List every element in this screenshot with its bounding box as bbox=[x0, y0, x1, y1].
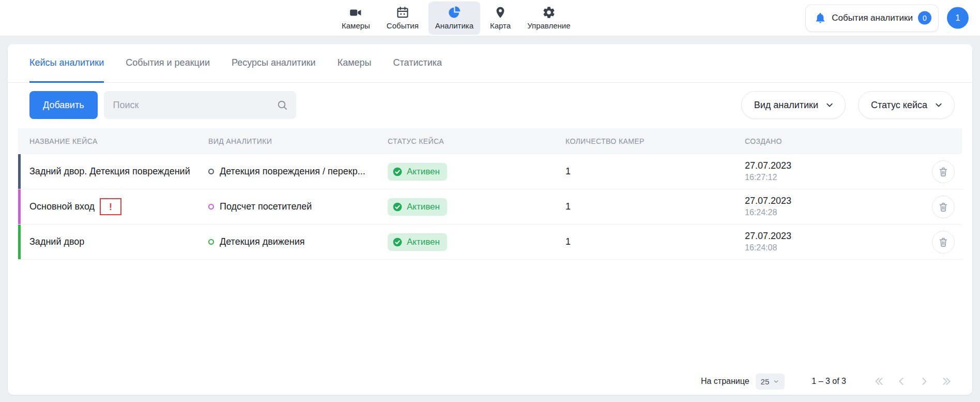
nav-item-cameras[interactable]: Камеры bbox=[335, 2, 377, 35]
analytics-type: Детекция движения bbox=[220, 236, 305, 247]
nav-item-map[interactable]: Карта bbox=[483, 2, 517, 35]
camera-icon bbox=[349, 6, 362, 19]
nav-item-analytics[interactable]: Аналитика bbox=[428, 2, 480, 35]
toolbar: Добавить Вид аналитики Статус кейса bbox=[8, 83, 972, 128]
delete-case-button[interactable] bbox=[932, 160, 955, 183]
nav-item-label: Камеры bbox=[342, 21, 370, 30]
trash-icon bbox=[938, 166, 949, 177]
case-status-cell: Активен bbox=[388, 233, 565, 251]
next-page-button[interactable] bbox=[916, 374, 932, 389]
last-page-button[interactable] bbox=[939, 374, 955, 389]
main-nav: Камеры События Аналитика Карта Управлени… bbox=[335, 0, 577, 36]
tab-analytics-resources[interactable]: Ресурсы аналитики bbox=[232, 44, 316, 83]
add-case-button[interactable]: Добавить bbox=[29, 91, 98, 119]
warning-icon: ! bbox=[109, 202, 112, 212]
analytics-type-filter[interactable]: Вид аналитики bbox=[741, 91, 846, 119]
nav-item-label: Аналитика bbox=[435, 21, 473, 30]
case-name: Задний двор. Детекция повреждений bbox=[29, 166, 190, 177]
pager-nav bbox=[871, 374, 955, 389]
case-name: Основной вход bbox=[29, 201, 95, 212]
created-time: 16:24:08 bbox=[745, 243, 777, 252]
analytics-type: Подсчет посетителей bbox=[220, 201, 312, 212]
created-cell: 27.07.2023 16:24:28 bbox=[745, 196, 905, 217]
table-row[interactable]: Задний двор. Детекция повреждений Детекц… bbox=[18, 154, 962, 189]
per-page-value: 25 bbox=[761, 377, 770, 386]
analytics-type: Детекция повреждения / перекр... bbox=[220, 166, 365, 177]
case-status-cell: Активен bbox=[388, 198, 565, 216]
created-date: 27.07.2023 bbox=[745, 231, 791, 242]
filters: Вид аналитики Статус кейса bbox=[741, 91, 955, 119]
tab-statistics[interactable]: Статистика bbox=[393, 44, 442, 83]
user-avatar[interactable]: 1 bbox=[947, 7, 969, 29]
status-label: Активен bbox=[407, 237, 440, 247]
analytics-type-dot-icon bbox=[208, 204, 214, 210]
search-input[interactable] bbox=[104, 91, 296, 119]
prev-page-button[interactable] bbox=[894, 374, 909, 389]
row-accent-stripe bbox=[18, 154, 21, 189]
case-status-filter-label: Статус кейса bbox=[871, 100, 927, 111]
analytics-type-dot-icon bbox=[208, 239, 214, 245]
status-label: Активен bbox=[407, 202, 440, 212]
status-badge: Активен bbox=[388, 198, 447, 216]
last-page-icon bbox=[941, 376, 953, 387]
analytics-pie-icon bbox=[448, 6, 461, 19]
status-label: Активен bbox=[407, 167, 440, 177]
actions-cell bbox=[905, 196, 955, 218]
per-page-select[interactable]: 25 bbox=[756, 374, 785, 390]
warning-indicator[interactable]: ! bbox=[100, 198, 121, 215]
analytics-type-cell: Детекция повреждения / перекр... bbox=[208, 166, 388, 177]
topbar-right: События аналитики 0 1 bbox=[805, 4, 969, 32]
tab-analytics-cases[interactable]: Кейсы аналитики bbox=[29, 44, 104, 83]
tab-events-reactions[interactable]: События и реакции bbox=[126, 44, 210, 83]
nav-item-label: Управление bbox=[527, 21, 570, 30]
prev-page-icon bbox=[896, 376, 907, 387]
column-header-created: СОЗДАНО bbox=[745, 137, 905, 145]
case-name-cell: Задний двор bbox=[29, 236, 208, 247]
analytics-type-dot-icon bbox=[208, 169, 214, 174]
next-page-icon bbox=[918, 376, 930, 387]
nav-item-label: Карта bbox=[490, 21, 511, 30]
table-row[interactable]: Основной вход ! Подсчет посетителей Акти… bbox=[18, 189, 962, 225]
delete-case-button[interactable] bbox=[932, 231, 955, 254]
events-icon bbox=[396, 6, 409, 19]
per-page-label: На странице bbox=[701, 377, 749, 386]
created-date: 27.07.2023 bbox=[745, 196, 791, 206]
check-circle-icon bbox=[392, 202, 403, 212]
column-header-analytics-type: ВИД АНАЛИТИКИ bbox=[208, 137, 388, 145]
created-date: 27.07.2023 bbox=[745, 161, 791, 171]
camera-count-cell: 1 bbox=[565, 166, 745, 177]
column-header-camera-count: КОЛИЧЕСТВО КАМЕР bbox=[565, 137, 745, 145]
first-page-button[interactable] bbox=[871, 374, 886, 389]
chevron-down-icon bbox=[773, 378, 779, 385]
top-bar: Камеры События Аналитика Карта Управлени… bbox=[0, 0, 980, 36]
camera-count-cell: 1 bbox=[565, 236, 745, 247]
table-header: НАЗВАНИЕ КЕЙСА ВИД АНАЛИТИКИ СТАТУС КЕЙС… bbox=[18, 128, 962, 154]
case-name-cell: Задний двор. Детекция повреждений bbox=[29, 166, 208, 177]
chevron-down-icon bbox=[824, 100, 835, 110]
search-box bbox=[104, 91, 296, 119]
created-cell: 27.07.2023 16:27:12 bbox=[745, 161, 905, 182]
search-icon bbox=[277, 99, 288, 111]
page-tabs: Кейсы аналитики События и реакции Ресурс… bbox=[8, 44, 972, 83]
status-badge: Активен bbox=[388, 163, 447, 181]
analytics-events-button[interactable]: События аналитики 0 bbox=[805, 4, 939, 32]
gear-icon bbox=[542, 6, 556, 19]
case-name: Задний двор bbox=[29, 236, 84, 247]
analytics-type-filter-label: Вид аналитики bbox=[754, 100, 818, 111]
created-time: 16:24:28 bbox=[745, 208, 777, 217]
tab-cameras[interactable]: Камеры bbox=[338, 44, 372, 83]
nav-item-label: События bbox=[387, 21, 419, 30]
cases-table: НАЗВАНИЕ КЕЙСА ВИД АНАЛИТИКИ СТАТУС КЕЙС… bbox=[18, 128, 962, 260]
analytics-type-cell: Детекция движения bbox=[208, 236, 388, 247]
row-accent-stripe bbox=[18, 225, 21, 259]
table-row[interactable]: Задний двор Детекция движения Активен 1 … bbox=[18, 225, 962, 260]
column-header-case-name: НАЗВАНИЕ КЕЙСА bbox=[29, 137, 208, 145]
bell-icon bbox=[814, 12, 826, 24]
case-status-filter[interactable]: Статус кейса bbox=[858, 91, 955, 119]
nav-item-events[interactable]: События bbox=[380, 2, 425, 35]
nav-item-management[interactable]: Управление bbox=[520, 2, 577, 35]
created-cell: 27.07.2023 16:24:08 bbox=[745, 231, 905, 252]
actions-cell bbox=[905, 160, 955, 183]
delete-case-button[interactable] bbox=[932, 196, 955, 218]
row-accent-stripe bbox=[18, 189, 21, 224]
